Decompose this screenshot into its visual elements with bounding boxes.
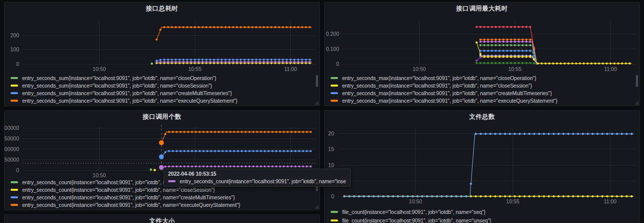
legend: entry_seconds_max{instance="localhost:90… [331, 74, 634, 104]
y-tick-label: 0.100 [326, 46, 339, 52]
y-tick-label: 0 [331, 193, 334, 199]
legend-swatch [331, 219, 338, 221]
legend-label: entry_seconds_count{instance="localhost:… [22, 194, 235, 200]
x-tick-label: 10:55 [508, 66, 521, 72]
legend-swatch [11, 85, 18, 87]
series-#37872D [475, 62, 538, 64]
legend-item[interactable]: entry_seconds_max{instance="localhost:90… [331, 82, 634, 89]
panel-title[interactable]: 文件大小 [5, 215, 319, 223]
y-tick-label: 20 [328, 130, 334, 136]
chart-max-time[interactable]: 00.1000.20010:5010:5511:00 [325, 15, 640, 74]
panel-file-count: 文件总数 0510152010:5010:5511:00 file_count{… [324, 110, 640, 223]
series-closeOperation [150, 169, 152, 171]
legend-swatch [11, 92, 18, 94]
legend-swatch [11, 100, 18, 102]
legend-item[interactable]: entry_seconds_sum{instance="localhost:90… [11, 89, 314, 97]
legend-label: file_count{instance="localhost:9091", jo… [342, 209, 486, 215]
legend-item[interactable]: entry_seconds_sum{instance="localhost:90… [11, 97, 314, 104]
series-#B877D9 [155, 61, 311, 63]
panel-resize-handle[interactable] [314, 205, 318, 209]
tooltip-timestamp: 2022-04-06 10:53:15 [168, 171, 346, 177]
legend-label: entry_seconds_sum{instance="localhost:90… [22, 75, 216, 81]
y-tick-label: 0 [336, 61, 339, 67]
panel-file-size: 文件大小 [4, 214, 320, 223]
legend-label: entry_seconds_max{instance="localhost:90… [342, 90, 552, 96]
y-tick-label: 200000 [5, 125, 19, 131]
x-tick-label: 11:00 [604, 66, 617, 72]
legend-swatch [11, 189, 18, 191]
y-tick-label: 15 [328, 146, 334, 152]
legend-swatch [11, 196, 18, 198]
legend-label: entry_seconds_max{instance="localhost:90… [342, 75, 536, 81]
panel-total-time: 接口总耗时 010020010:5010:5511:00 entry_secon… [4, 2, 320, 106]
legend-label: entry_seconds_count{instance="localhost:… [22, 202, 240, 208]
legend-label: entry_seconds_max{instance="localhost:90… [342, 98, 557, 104]
x-tick-label: 11:00 [604, 198, 617, 204]
series-closeSession [153, 169, 156, 171]
legend-item[interactable]: entry_seconds_sum{instance="localhost:90… [11, 82, 314, 89]
legend-item[interactable]: entry_seconds_max{instance="localhost:90… [331, 74, 634, 82]
x-tick-label: 10:55 [506, 198, 519, 204]
x-tick-label: 10:50 [93, 172, 106, 178]
y-tick-label: 100 [10, 46, 19, 52]
legend-label: entry_seconds_count{instance="localhost:… [22, 187, 215, 193]
chart-total-time[interactable]: 010020010:5010:5511:00 [5, 15, 320, 74]
legend-item[interactable]: entry_seconds_sum{instance="localhost:90… [11, 74, 314, 82]
series-executeQueryStatement [159, 131, 312, 145]
panel-title[interactable]: 接口调用个数 [5, 111, 319, 123]
panel-title[interactable]: 接口总耗时 [5, 3, 319, 15]
legend: file_count{instance="localhost:9091", jo… [331, 207, 634, 223]
grafana-dashboard: { "palette": { "green": "#73BF69", "yell… [0, 0, 644, 223]
y-tick-label: 150000 [5, 135, 19, 141]
panel-title[interactable]: 文件总数 [325, 111, 639, 123]
y-tick-label: 0.200 [326, 31, 339, 37]
series-closeOperation [479, 44, 538, 65]
series-closeOperation [150, 62, 153, 65]
legend-label: entry_seconds_sum{instance="localhost:90… [22, 90, 232, 96]
legend-scrollbar[interactable] [316, 75, 318, 87]
panel-call-count: 接口调用个数 05000010000015000020000010:5010:5… [4, 110, 320, 210]
legend-label: entry_seconds_max{instance="localhost:90… [342, 83, 532, 89]
legend-item[interactable]: entry_seconds_count{instance="localhost:… [11, 193, 314, 201]
legend-item[interactable]: file_count{instance="localhost:9091", jo… [331, 207, 486, 216]
legend-item[interactable]: entry_seconds_max{instance="localhost:90… [331, 89, 634, 97]
x-tick-label: 10:50 [413, 66, 426, 72]
legend-item[interactable]: file_count{instance="localhost:9091", jo… [331, 216, 491, 223]
chart-tooltip: 2022-04-06 10:53:15 entry_seconds_count{… [164, 169, 351, 187]
panel-title[interactable]: 接口调用最大耗时 [325, 3, 639, 15]
y-tick-label: 200 [10, 32, 19, 38]
tooltip-series-swatch [168, 180, 176, 182]
legend-label: entry_seconds_sum{instance="localhost:90… [22, 83, 212, 89]
legend-scrollbar[interactable] [636, 75, 638, 87]
legend-swatch [11, 77, 18, 79]
legend: entry_seconds_sum{instance="localhost:90… [11, 74, 314, 104]
legend-item[interactable]: entry_seconds_count{instance="localhost:… [11, 186, 314, 193]
chart-file-count[interactable]: 0510152010:5010:5511:00 [325, 123, 640, 208]
y-tick-label: 100000 [5, 146, 19, 152]
x-tick-label: 10:55 [188, 66, 201, 72]
series-createMultiTimeseries [159, 150, 312, 159]
panel-resize-handle[interactable] [314, 101, 318, 105]
legend-swatch [11, 181, 18, 183]
legend-label: file_count{instance="localhost:9091", jo… [342, 217, 491, 223]
legend-swatch [331, 92, 338, 94]
y-tick-label: 0 [16, 167, 19, 173]
legend-swatch [11, 204, 18, 206]
hovered-point [159, 155, 164, 160]
tooltip-series-label: entry_seconds_count{instance="localhost:… [180, 178, 346, 184]
x-tick-label: 10:50 [409, 198, 422, 204]
hovered-point [159, 140, 164, 145]
series-executeQueryStatement [155, 26, 311, 41]
legend-item[interactable]: entry_seconds_max{instance="localhost:90… [331, 97, 634, 104]
x-tick-label: 11:00 [284, 66, 297, 72]
y-tick-label: 0 [16, 61, 19, 67]
legend-item[interactable]: entry_seconds_count{instance="localhost:… [11, 201, 314, 208]
panel-resize-handle[interactable] [634, 101, 638, 105]
legend-swatch [331, 100, 338, 102]
x-tick-label: 10:50 [93, 66, 106, 72]
legend-swatch [331, 211, 338, 213]
y-tick-label: 50000 [5, 157, 19, 163]
legend-swatch [331, 85, 338, 87]
legend-label: entry_seconds_sum{instance="localhost:90… [22, 98, 237, 104]
y-tick-label: 10 [328, 162, 334, 168]
